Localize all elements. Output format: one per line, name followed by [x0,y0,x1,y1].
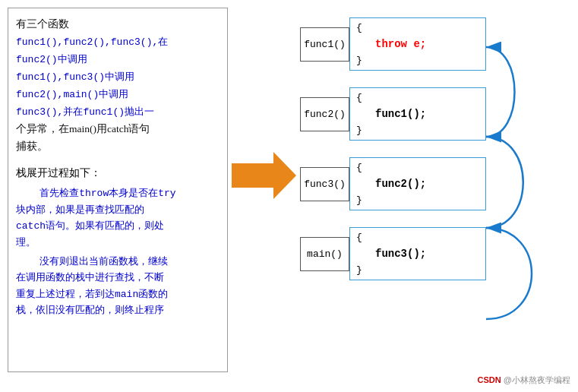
func2-body: { } func1(); [349,87,486,141]
left-line8: 捕获。 [16,141,48,152]
func2-row: func2() { } func1(); [300,87,558,141]
watermark-suffix: @小林熬夜学编程 [504,375,570,384]
func3-label: func3() [300,167,349,201]
func2-brace-open: { [356,92,362,103]
func1-code: throw e; [375,38,426,50]
func1-brace-open: { [356,22,362,33]
svg-marker-0 [232,152,296,199]
para1: 首先检查throw本身是否在try块内部，如果是再查找匹配的catch语句。如果… [16,185,220,251]
func3-body: { } func2(); [349,157,486,210]
section-title: 栈展开过程如下： [16,165,220,182]
func1-body: { } throw e; [349,17,486,71]
func3-code: func2(); [375,178,426,190]
main-container: 有三个函数 func1(),func2(),func3(),在 func2()中… [0,0,578,392]
main-brace-close: } [356,264,362,276]
left-line1: 有三个函数 [16,18,69,30]
watermark: CSDN @小林熬夜学编程 [478,375,570,386]
left-line3: func2()中调用 [16,54,87,65]
func1-label: func1() [300,27,349,62]
right-panel: func1() { } throw e; func2() { } func1()… [300,11,558,294]
func1-brace-close: } [356,55,362,66]
left-line4: func1(),func3()中调用 [16,71,134,83]
left-line7: 个异常，在main()用catch语句 [16,123,150,134]
func3-row: func3() { } func2(); [300,157,558,210]
main-row: main() { } func3(); [300,227,558,280]
main-brace-open: { [356,232,362,243]
func2-code: func1(); [375,108,426,120]
left-line5: func2(),main()中调用 [16,89,128,100]
left-line2: func1(),func2(),func3(),在 [16,36,168,48]
func3-brace-close: } [356,194,362,206]
func2-label: func2() [300,97,349,131]
main-label: main() [300,237,349,271]
func3-brace-open: { [356,162,362,173]
main-code: func3(); [375,248,426,260]
left-section2: 栈展开过程如下： 首先检查throw本身是否在try块内部，如果是再查找匹配的c… [16,165,220,318]
left-text-block: 有三个函数 func1(),func2(),func3(),在 func2()中… [16,16,220,156]
func2-brace-close: } [356,125,362,136]
left-line6: func3(),并在func1()抛出一 [16,106,154,118]
watermark-csdn: CSDN [478,375,501,384]
left-panel: 有三个函数 func1(),func2(),func3(),在 func2()中… [8,8,228,372]
main-body: { } func3(); [349,227,486,280]
main-arrow [232,152,296,202]
para2: 没有则退出当前函数栈，继续在调用函数的栈中进行查找，不断重复上述过程，若到达ma… [16,254,220,319]
func1-row: func1() { } throw e; [300,17,558,71]
